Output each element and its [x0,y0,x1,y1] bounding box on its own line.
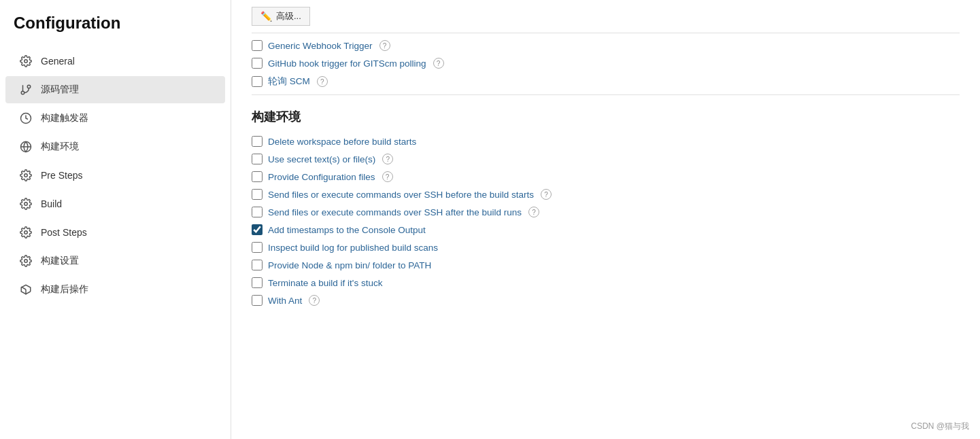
provide-config-label[interactable]: Provide Configuration files [268,172,375,182]
send-ssh-before-label[interactable]: Send files or execute commands over SSH … [268,190,534,200]
pencil-icon: ✏️ [260,11,272,22]
checkbox-row-provide-config: Provide Configuration files ? [252,171,960,182]
secret-text-checkbox[interactable] [252,154,263,164]
triggers-section: Generic Webhook Trigger ? GitHub hook tr… [252,40,960,88]
checkbox-row-secret-text: Use secret text(s) or file(s) ? [252,154,960,164]
sidebar-item-source[interactable]: 源码管理 [5,76,225,103]
top-buttons-area: ✏️ 高级... [252,0,960,33]
checkbox-row-terminate-stuck: Terminate a build if it's stuck [252,277,960,288]
send-ssh-after-checkbox[interactable] [252,207,263,217]
sidebar-item-poststeps[interactable]: Post Steps [5,219,225,246]
delete-workspace-label[interactable]: Delete workspace before build starts [268,137,416,147]
secret-text-help-icon[interactable]: ? [382,154,393,164]
send-ssh-after-help-icon[interactable]: ? [528,207,539,217]
github-hook-label[interactable]: GitHub hook trigger for GITScm polling [268,58,426,69]
cube-icon [19,283,33,296]
terminate-stuck-label[interactable]: Terminate a build if it's stuck [268,278,382,288]
sidebar-item-presteps-label: Pre Steps [41,170,82,181]
svg-point-3 [21,91,24,94]
provide-config-help-icon[interactable]: ? [382,171,393,182]
sidebar-item-general[interactable]: General [5,48,225,75]
node-npm-checkbox[interactable] [252,260,263,270]
advanced-button-label: 高级... [276,10,301,22]
checkbox-row-ssh-before: Send files or execute commands over SSH … [252,189,960,200]
poll-scm-label[interactable]: 轮询 SCM [268,75,310,88]
github-hook-help-icon[interactable]: ? [433,58,444,69]
node-npm-label[interactable]: Provide Node & npm bin/ folder to PATH [268,260,431,270]
buildsettings-gear-icon [19,254,33,268]
main-content: ✏️ 高级... Generic Webhook Trigger ? GitHu… [231,0,980,439]
send-ssh-before-help-icon[interactable]: ? [541,189,552,200]
sidebar-item-presteps[interactable]: Pre Steps [5,162,225,189]
sidebar-item-postbuild[interactable]: 构建后操作 [5,276,225,303]
svg-point-7 [24,174,28,177]
terminate-stuck-checkbox[interactable] [252,277,263,288]
build-env-section: 构建环境 Delete workspace before build start… [252,109,960,306]
sidebar-item-general-label: General [41,56,75,67]
sidebar-item-triggers-label: 构建触发器 [41,112,88,124]
svg-line-11 [21,287,26,289]
sidebar-title: Configuration [0,14,231,46]
svg-point-8 [24,203,28,206]
poststeps-gear-icon [19,226,33,239]
sidebar-item-postbuild-label: 构建后操作 [41,283,88,296]
poll-scm-help-icon[interactable]: ? [317,76,328,87]
sidebar-item-poststeps-label: Post Steps [41,227,87,238]
with-ant-label[interactable]: With Ant [268,296,302,306]
secret-text-label[interactable]: Use secret text(s) or file(s) [268,154,375,164]
with-ant-checkbox[interactable] [252,295,263,306]
sidebar-item-triggers[interactable]: 构建触发器 [5,105,225,132]
provide-config-checkbox[interactable] [252,171,263,182]
checkbox-row-pollscm: 轮询 SCM ? [252,75,960,88]
checkbox-row-inspect-log: Inspect build log for published build sc… [252,242,960,253]
checkbox-row-github: GitHub hook trigger for GITScm polling ? [252,58,960,69]
delete-workspace-checkbox[interactable] [252,136,263,147]
sidebar-item-buildsettings[interactable]: 构建设置 [5,247,225,275]
svg-point-2 [27,85,31,88]
with-ant-help-icon[interactable]: ? [309,295,320,306]
sidebar-item-buildsettings-label: 构建设置 [41,255,79,267]
sidebar-item-env[interactable]: 构建环境 [5,133,225,160]
sidebar-item-build-label: Build [41,198,62,209]
inspect-log-label[interactable]: Inspect build log for published build sc… [268,243,438,253]
branch-icon [19,83,33,96]
checkbox-row-timestamps: Add timestamps to the Console Output [252,224,960,235]
watermark: CSDN @猫与我 [911,421,969,432]
build-gear-icon [19,197,33,211]
svg-point-10 [24,260,28,263]
section-divider [252,94,960,95]
github-hook-checkbox[interactable] [252,58,263,69]
generic-webhook-label[interactable]: Generic Webhook Trigger [268,41,373,51]
checkbox-row-generic: Generic Webhook Trigger ? [252,40,960,51]
sidebar-item-env-label: 构建环境 [41,141,79,153]
presteps-gear-icon [19,169,33,182]
section-header: 构建环境 [252,109,960,125]
send-ssh-after-label[interactable]: Send files or execute commands over SSH … [268,207,522,217]
generic-webhook-checkbox[interactable] [252,40,263,51]
svg-point-0 [24,60,28,63]
generic-webhook-help-icon[interactable]: ? [379,40,390,51]
clock-icon [19,111,33,125]
advanced-button[interactable]: ✏️ 高级... [252,7,310,26]
add-timestamps-label[interactable]: Add timestamps to the Console Output [268,225,426,235]
svg-point-9 [24,231,28,234]
send-ssh-before-checkbox[interactable] [252,189,263,200]
inspect-log-checkbox[interactable] [252,242,263,253]
sidebar-item-build[interactable]: Build [5,190,225,217]
checkbox-row-ssh-after: Send files or execute commands over SSH … [252,207,960,217]
sidebar-item-source-label: 源码管理 [41,84,79,96]
checkbox-row-with-ant: With Ant ? [252,295,960,306]
poll-scm-checkbox[interactable] [252,76,263,87]
checkbox-row-delete-workspace: Delete workspace before build starts [252,136,960,147]
add-timestamps-checkbox[interactable] [252,224,263,235]
gear-icon [19,54,33,68]
checkbox-row-node-npm: Provide Node & npm bin/ folder to PATH [252,260,960,270]
globe-icon [19,140,33,154]
sidebar: Configuration General 源码管理 构建触发器 [0,0,231,439]
